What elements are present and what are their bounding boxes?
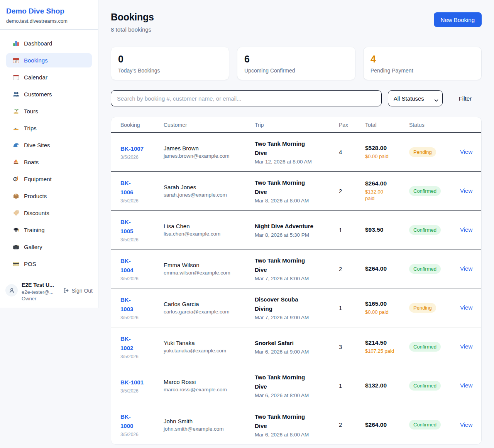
booking-date: 3/5/2026	[120, 315, 164, 320]
trip-datetime: Mar 12, 2026 at 8:00 AM	[255, 159, 339, 165]
sidebar-item-bookings[interactable]: 17 Bookings	[6, 53, 92, 67]
booking-date: 3/5/2026	[120, 432, 164, 437]
sidebar-item-boats[interactable]: Boats	[6, 155, 92, 169]
booking-id-link[interactable]: BK-1005	[120, 217, 140, 236]
pax-count: 2	[339, 188, 365, 194]
sign-out-button[interactable]: Sign Out	[63, 287, 93, 294]
filter-button[interactable]: Filter	[455, 95, 475, 102]
booking-id-link[interactable]: BK-1006	[120, 179, 140, 197]
customers-icon	[12, 91, 19, 98]
table-header: Booking Customer Trip Pax Total Status	[111, 117, 481, 133]
sidebar-item-label: Trips	[24, 125, 37, 131]
trips-icon	[12, 125, 19, 132]
sidebar-item-customers[interactable]: Customers	[6, 87, 92, 101]
user-name: E2E Test U...	[22, 282, 59, 288]
booking-id-link[interactable]: BK-1000	[120, 412, 140, 431]
bookings-table: Booking Customer Trip Pax Total Status B…	[111, 117, 482, 445]
trip-name: Snorkel Safari	[255, 339, 313, 348]
avatar	[5, 284, 18, 296]
booking-id-link[interactable]: BK-1007	[120, 144, 144, 153]
svg-text:17: 17	[14, 60, 17, 63]
booking-id-link[interactable]: BK-1002	[120, 334, 140, 353]
view-link[interactable]: View	[460, 304, 472, 311]
sidebar-item-training[interactable]: Training	[6, 223, 92, 237]
sidebar-item-label: Boats	[24, 159, 39, 165]
stat-card-upcoming-confirmed: 6 Upcoming Confirmed	[237, 47, 355, 80]
calendar-icon	[12, 74, 19, 81]
view-link[interactable]: View	[460, 382, 472, 389]
sidebar-item-gallery[interactable]: Gallery	[6, 240, 92, 254]
sidebar-item-dashboard[interactable]: Dashboard	[6, 36, 92, 51]
trip-name: Two Tank Morning Dive	[255, 412, 313, 431]
sidebar-item-discounts[interactable]: Discounts	[6, 206, 92, 220]
user-role: Owner	[22, 296, 59, 301]
trip-datetime: Mar 7, 2026 at 8:00 AM	[255, 276, 339, 281]
trip-datetime: Mar 7, 2026 at 9:00 AM	[255, 315, 339, 320]
sidebar-item-calendar[interactable]: Calendar	[6, 70, 92, 84]
tours-icon	[12, 108, 19, 115]
total-amount: $93.50	[365, 226, 409, 233]
status-badge: Confirmed	[409, 186, 441, 196]
booking-date: 3/5/2026	[120, 237, 164, 243]
total-amount: $264.00	[365, 265, 409, 272]
sidebar-item-label: POS	[24, 261, 36, 267]
boats-icon	[12, 159, 19, 166]
status-badge: Confirmed	[409, 420, 441, 429]
booking-id-link[interactable]: BK-1004	[120, 256, 140, 275]
col-customer: Customer	[164, 122, 255, 128]
customer-name: Marco Rossi	[164, 379, 255, 385]
sidebar-nav: Dashboard 17 Bookings Calendar Customers…	[0, 34, 98, 277]
table-row: BK-1002 3/5/2026 Yuki Tanaka yuki.tanaka…	[111, 327, 481, 366]
status-badge: Confirmed	[409, 381, 441, 391]
booking-date: 3/5/2026	[120, 276, 164, 281]
booking-id-link[interactable]: BK-1001	[120, 378, 144, 387]
sidebar-item-tours[interactable]: Tours	[6, 104, 92, 118]
trip-name: Two Tank Morning Dive	[255, 373, 313, 391]
col-trip: Trip	[255, 122, 339, 128]
sign-out-icon	[63, 287, 69, 294]
paid-amount: $0.00 paid	[365, 309, 409, 315]
new-booking-button[interactable]: New Booking	[434, 12, 482, 27]
customer-email: yuki.tanaka@example.com	[164, 348, 255, 354]
customer-name: Lisa Chen	[164, 223, 255, 229]
stat-label: Pending Payment	[370, 67, 474, 74]
sidebar-item-label: Gallery	[24, 244, 42, 250]
dive-sites-icon	[12, 142, 19, 149]
sidebar-item-equipment[interactable]: Equipment	[6, 172, 92, 186]
trip-name: Two Tank Morning Dive	[255, 178, 313, 197]
view-link[interactable]: View	[460, 343, 472, 350]
booking-date: 3/5/2026	[120, 354, 164, 359]
view-link[interactable]: View	[460, 265, 472, 272]
table-row: BK-1004 3/5/2026 Emma Wilson emma.wilson…	[111, 249, 481, 288]
stat-value: 6	[244, 54, 348, 65]
status-badge: Confirmed	[409, 225, 441, 235]
sidebar-item-label: Tours	[24, 108, 38, 115]
total-amount: $264.00	[365, 180, 409, 187]
status-filter-select[interactable]: All Statuses	[388, 90, 443, 106]
sidebar-item-pos[interactable]: POS	[6, 257, 92, 271]
products-icon	[12, 193, 19, 200]
sidebar-user-footer: E2E Test U... e2e-tester@... Owner Sign …	[0, 277, 98, 308]
total-amount: $528.00	[365, 145, 409, 152]
customer-name: Yuki Tanaka	[164, 340, 255, 346]
view-link[interactable]: View	[460, 187, 472, 194]
equipment-icon	[12, 176, 19, 183]
status-badge: Confirmed	[409, 264, 441, 274]
sidebar-item-dive-sites[interactable]: Dive Sites	[6, 138, 92, 152]
discounts-icon	[12, 210, 19, 217]
stat-value: 4	[370, 54, 474, 65]
col-total: Total	[365, 122, 409, 128]
search-input[interactable]	[111, 90, 382, 106]
sidebar-item-trips[interactable]: Trips	[6, 121, 92, 135]
sidebar-item-products[interactable]: Products	[6, 189, 92, 203]
stat-label: Upcoming Confirmed	[244, 67, 348, 74]
booking-date: 3/5/2026	[120, 155, 164, 160]
view-link[interactable]: View	[460, 226, 472, 233]
booking-id-link[interactable]: BK-1003	[120, 295, 140, 314]
customer-email: marco.rossi@example.com	[164, 387, 255, 392]
view-link[interactable]: View	[460, 148, 472, 155]
trip-datetime: Mar 8, 2026 at 5:30 PM	[255, 232, 339, 238]
total-amount: $264.00	[365, 421, 409, 428]
sidebar-item-label: Dashboard	[24, 40, 52, 47]
view-link[interactable]: View	[460, 421, 472, 428]
